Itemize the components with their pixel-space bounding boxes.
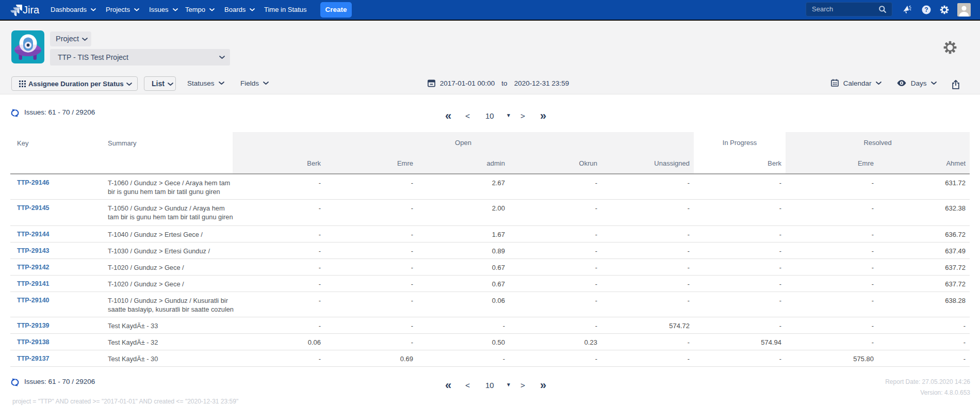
svg-text:?: ? (924, 6, 928, 13)
